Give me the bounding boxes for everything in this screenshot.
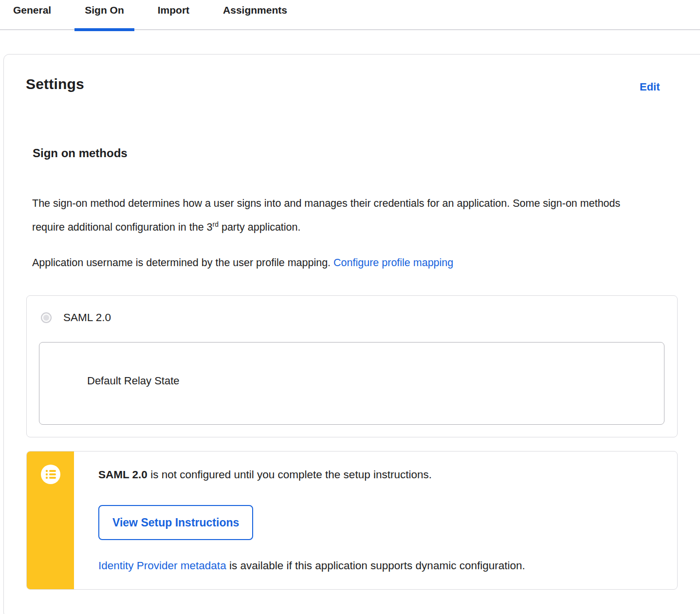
- username-mapping-text: Application username is determined by th…: [32, 251, 665, 275]
- relay-state-panel: Default Relay State: [39, 342, 664, 425]
- tab-assignments[interactable]: Assignments: [223, 0, 287, 30]
- ordinal-superscript: rd: [213, 220, 219, 228]
- sign-on-methods-heading: Sign on methods: [33, 146, 128, 160]
- metadata-line: Identity Provider metadata is available …: [98, 560, 525, 572]
- callout-message: SAML 2.0 is not configured until you com…: [98, 469, 432, 481]
- callout-message-bold: SAML 2.0: [98, 469, 147, 481]
- identity-provider-metadata-link[interactable]: Identity Provider metadata: [98, 560, 226, 572]
- username-mapping-static: Application username is determined by th…: [32, 257, 333, 269]
- app-tabs: General Sign On Import Assignments: [0, 0, 700, 30]
- tab-general[interactable]: General: [13, 0, 51, 30]
- saml-radio-label: SAML 2.0: [63, 311, 111, 324]
- tab-sign-on[interactable]: Sign On: [85, 0, 124, 30]
- saml-radio-button[interactable]: [41, 312, 52, 323]
- edit-link[interactable]: Edit: [640, 81, 660, 93]
- description-text: The sign-on method determines how a user…: [32, 198, 620, 233]
- saml-method-box: SAML 2.0 Default Relay State: [26, 295, 678, 437]
- metadata-rest: is available if this application support…: [226, 560, 525, 572]
- callout-message-rest: is not configured until you complete the…: [147, 469, 432, 481]
- tab-import[interactable]: Import: [158, 0, 189, 30]
- view-setup-instructions-button[interactable]: View Setup Instructions: [98, 505, 253, 540]
- sign-on-methods-description: The sign-on method determines how a user…: [32, 192, 655, 239]
- description-text-end: party application.: [219, 221, 301, 233]
- settings-card: Settings Edit Sign on methods The sign-o…: [3, 54, 700, 614]
- configure-profile-mapping-link[interactable]: Configure profile mapping: [333, 257, 453, 269]
- page-title: Settings: [26, 76, 84, 92]
- setup-callout: SAML 2.0 is not configured until you com…: [26, 451, 678, 590]
- setup-instructions-list-icon: [41, 465, 60, 484]
- callout-warning-stripe: [27, 451, 74, 589]
- default-relay-state-label: Default Relay State: [87, 375, 180, 387]
